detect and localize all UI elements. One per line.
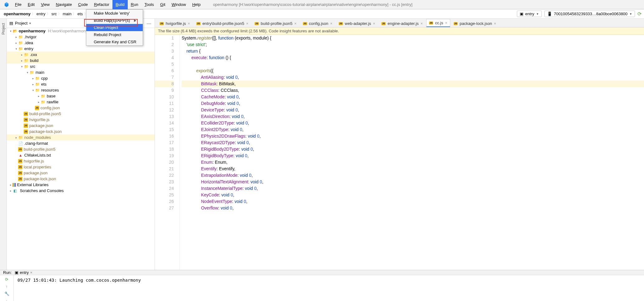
code-line[interactable]: CacheMode: void 0, [182,94,644,100]
close-icon[interactable]: × [421,21,423,26]
code-line[interactable]: Overflow: void 0, [182,205,644,211]
tree-item-package-json[interactable]: JSpackage.json [7,123,155,129]
gutter-line[interactable]: 21 [155,166,174,172]
hide-icon[interactable]: — [146,21,152,26]
tree-item--cxx[interactable]: ▸📁.cxx [7,52,155,58]
menu-help[interactable]: Help [189,0,204,9]
menu-file[interactable]: File [12,0,25,9]
sync-icon[interactable]: ⟳ [637,11,642,17]
gutter-line[interactable]: 8 [155,81,174,87]
gutter-line[interactable]: 6 [155,68,174,74]
tree-toggle[interactable] [20,124,24,127]
menu-item-rebuild-project[interactable]: Rebuild Project [86,31,143,38]
tree-item--clang-format[interactable]: 📄.clang-format [7,140,155,146]
code-line[interactable]: DebugMode: void 0, [182,100,644,107]
tree-item-base[interactable]: ▸📁base [7,93,155,99]
gutter-line[interactable]: 18 [155,146,174,153]
down-icon[interactable]: ↓ [6,299,8,301]
tree-toggle[interactable]: ▸ [14,41,18,45]
project-tool-tab[interactable]: Project [1,21,6,36]
menu-item-generate-key-and-csr[interactable]: Generate Key and CSR [86,38,143,45]
gutter-line[interactable]: 12 [155,107,174,113]
gutter-line[interactable]: 26 [155,198,174,205]
run-output[interactable]: 09/27 15:01:43: Launching com.cocos.open… [14,275,644,301]
tree-toggle[interactable]: ▸ [31,83,35,86]
breadcrumb-ets[interactable]: ets [77,12,83,16]
gutter-line[interactable]: 1 [155,35,174,41]
tree-toggle[interactable]: ▸ [14,35,18,39]
menu-code[interactable]: Code [75,0,91,9]
tree-toggle[interactable] [14,154,18,157]
tree-item-external-libraries[interactable]: ▸ External Libraries [7,182,155,188]
sidebar-title[interactable]: Project [15,21,27,26]
tree-item-node-modules[interactable]: ▸📁node_modules [7,134,155,140]
close-icon[interactable]: × [330,21,332,26]
run-config-combo[interactable]: ▣ entry ▼ [517,11,542,17]
code-line[interactable]: InstanceMaterialType: void 0, [182,185,644,192]
menu-item-build-hap-s-app-s-[interactable]: Build Hap(s)/APP(s)▶ [86,17,143,24]
code-line[interactable]: System.register([], function (exports, m… [182,35,644,41]
chevron-down-icon[interactable]: ▾ [29,21,31,25]
gutter-line[interactable]: 2 [155,41,174,48]
editor-tab-hvigorfile-js[interactable]: JShvigorfile.js× [157,20,193,27]
tree-toggle[interactable] [14,177,18,181]
editor-tab-package-lock-json[interactable]: JSpackage-lock.json× [451,20,499,27]
tree-item-src[interactable]: ▾📁src [7,63,155,69]
tree-toggle[interactable]: ▸ [37,101,41,104]
gutter-line[interactable]: 17 [155,139,174,146]
code-line[interactable]: exports({ [182,68,644,74]
code-line[interactable]: EJoint2DType: void 0, [182,126,644,133]
close-icon[interactable]: × [294,21,297,26]
gutter-line[interactable]: 4 [155,54,174,61]
editor-tab-build-profile-json5[interactable]: JSbuild-profile.json5× [252,20,299,27]
gutter-line[interactable]: 14 [155,120,174,126]
tree-item-build-profile-json5[interactable]: JSbuild-profile.json5 [7,111,155,117]
tree-toggle[interactable]: ▸ [14,136,18,139]
tree-toggle[interactable]: ▾ [31,89,35,92]
menu-item-make-module-entry-[interactable]: Make Module 'entry' [86,10,143,17]
tree-item-config-json[interactable]: JSconfig.json [7,105,155,111]
gutter-line[interactable]: 5 [155,61,174,68]
code-line[interactable]: ECollider2DType: void 0, [182,120,644,126]
gutter-line[interactable]: 9 [155,87,174,94]
editor-tab-config-json[interactable]: JSconfig.json× [300,20,335,27]
settings-icon[interactable]: 🔧 [4,291,9,296]
tree-item-build-profile-json5[interactable]: JSbuild-profile.json5 [7,146,155,152]
tree-toggle[interactable] [20,118,24,121]
breadcrumb-main[interactable]: main [63,12,71,16]
tree-toggle[interactable] [14,142,18,145]
code-line[interactable]: DeviceType: void 0, [182,107,644,113]
tree-toggle[interactable]: ▸ [37,95,41,98]
tree-item-rawfile[interactable]: ▸📁rawfile [7,99,155,105]
code-line[interactable]: EAxisDirection: void 0, [182,113,644,120]
code-line[interactable]: Enum: Enum, [182,159,644,166]
gutter-line[interactable]: 15 [155,126,174,133]
gutter-line[interactable]: 19 [155,153,174,159]
code-line[interactable] [182,61,644,68]
tree-item-hvigorfile-js[interactable]: JShvigorfile.js [7,158,155,164]
gutter-line[interactable]: 22 [155,172,174,179]
up-icon[interactable]: ↑ [6,284,8,289]
editor-tab-entry-build-profile-json5[interactable]: JSentry\build-profile.json5× [193,20,251,27]
tree-toggle[interactable]: ▸ [31,77,35,80]
tree-item-package-json[interactable]: JSpackage.json [7,170,155,176]
code-line[interactable]: CCClass: CCClass, [182,87,644,94]
gutter-line[interactable]: 16 [155,133,174,139]
code-line[interactable]: AntiAliasing: void 0, [182,74,644,81]
code-line[interactable]: return { [182,48,644,54]
tree-toggle[interactable] [14,160,18,163]
code-line[interactable]: Eventify: Eventify, [182,166,644,172]
breadcrumb-openharmony[interactable]: openharmony [4,12,31,16]
menu-navigate[interactable]: Navigate [53,0,75,9]
tree-toggle[interactable]: ▾ [26,71,29,74]
menu-tools[interactable]: Tools [141,0,157,9]
gutter-line[interactable]: 25 [155,192,174,198]
breadcrumb-src[interactable]: src [51,12,57,16]
menu-window[interactable]: Window [169,0,189,9]
tree-toggle[interactable] [14,166,18,169]
tree-item-resources[interactable]: ▾📁resources [7,87,155,93]
code-line[interactable]: HorizontalTextAlignment: void 0, [182,179,644,185]
code-editor[interactable]: 1234567891011121314151617181920212223242… [155,35,644,270]
close-icon[interactable]: × [246,21,248,26]
code-line[interactable]: ExtrapolationMode: void 0, [182,172,644,179]
